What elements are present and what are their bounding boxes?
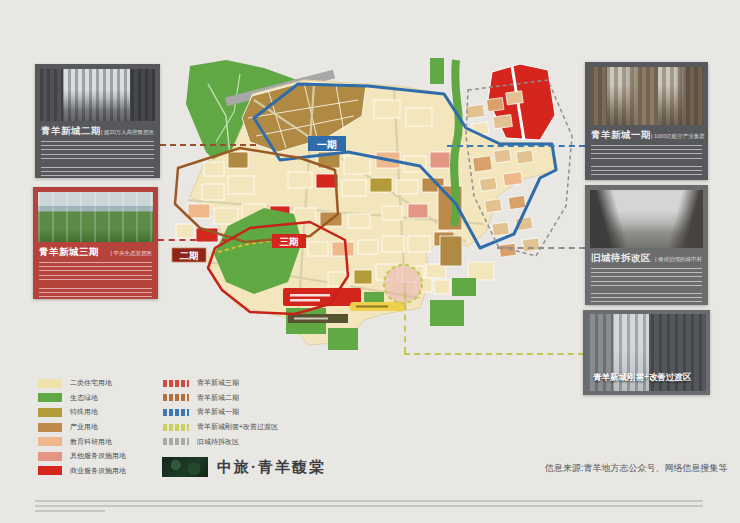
transition-zone-circle <box>384 265 422 303</box>
oldtown-photo <box>590 190 703 248</box>
legend-swatch <box>163 394 189 401</box>
svg-text:一期: 一期 <box>317 139 337 150</box>
phase2-photo <box>40 69 155 121</box>
legend-swatch <box>38 466 62 475</box>
legend-item: 其他服务设施用地 <box>38 449 126 464</box>
legend-item: 教育科研用地 <box>38 434 126 449</box>
phase3-photo <box>38 192 153 242</box>
legend-swatch <box>163 380 189 387</box>
fine-print <box>41 141 154 162</box>
master-plan-map: 一期 二期 三期 <box>168 56 584 374</box>
fine-print <box>591 166 702 179</box>
card-phase2-title: 青羊新城二期 <box>41 125 101 138</box>
leader-phase1 <box>447 145 585 147</box>
svg-text:三期: 三期 <box>280 236 299 247</box>
card-phase1: 青羊新城一期 | 1000亿航空产业集群 <box>585 62 708 180</box>
phase2-map-label: 二期 <box>172 248 206 262</box>
disclaimer-line <box>35 505 703 507</box>
source-note: 信息来源:青羊地方志公众号、网络信息搜集等 <box>545 462 728 475</box>
legend-swatch <box>38 437 62 446</box>
legend-item: 商业服务设施用地 <box>38 464 126 479</box>
legend-swatch <box>38 423 62 432</box>
svg-text:二期: 二期 <box>180 250 199 261</box>
legend-item: 青羊新城一期 <box>163 405 278 420</box>
olive-strip-label <box>288 314 348 323</box>
legend-swatch <box>38 393 62 402</box>
phase1-photo <box>590 67 703 125</box>
card-oldtown-subtitle: | 亟待治理的城中村 <box>655 256 702 263</box>
card-phase3: 青羊新城三期 | 中央生态宜居区 <box>33 187 158 299</box>
legend-boundaries: 青羊新城三期 青羊新城二期 青羊新城一期 青羊新城刚需+改善过渡区 旧城待拆改区 <box>163 376 278 449</box>
brand-lockup: 中旅·青羊馥棠 <box>162 457 326 477</box>
fine-print <box>591 293 702 306</box>
brand-name: 中旅·青羊馥棠 <box>217 458 326 477</box>
legend-item: 特殊用地 <box>38 405 126 420</box>
transition-photo: 青羊新城刚需+改善过渡区 <box>587 314 706 391</box>
legend-item: 青羊新城二期 <box>163 391 278 406</box>
card-phase1-subtitle: | 1000亿航空产业集群 <box>651 133 705 140</box>
fine-print <box>591 268 702 289</box>
card-oldtown: 旧城待拆改区 | 亟待治理的城中村 <box>585 185 708 305</box>
disclaimer-line <box>35 500 703 502</box>
card-phase3-title: 青羊新城三期 <box>39 246 99 259</box>
legend-swatch <box>163 438 189 445</box>
phase1-map-label: 一期 <box>308 136 346 151</box>
poster-canvas: 一期 二期 三期 青羊新城二期 | 超20万人高密聚居区 青羊新城三期 | 中央… <box>0 0 740 523</box>
card-phase2-subtitle: | 超20万人高密聚居区 <box>101 129 154 136</box>
legend-item: 青羊新城刚需+改善过渡区 <box>163 420 278 435</box>
leader-oldtown <box>497 247 585 249</box>
legend-swatch <box>38 408 62 417</box>
yellow-strip-label <box>350 302 406 311</box>
legend-item: 二类住宅用地 <box>38 376 126 391</box>
leader-transition-h <box>404 353 584 355</box>
fine-print <box>39 262 152 283</box>
phase3-map-label: 三期 <box>272 234 306 248</box>
red-strip-label <box>283 288 361 306</box>
fine-print <box>41 167 154 180</box>
fine-print <box>591 145 702 162</box>
disclaimer-line <box>35 510 105 512</box>
legend-swatch <box>163 409 189 416</box>
legend-landuse: 二类住宅用地 生态绿地 特殊用地 产业用地 教育科研用地 其他服务设施用地 商业… <box>38 376 126 478</box>
leader-phase3 <box>158 239 228 241</box>
legend-item: 产业用地 <box>38 420 126 435</box>
leader-transition-v <box>404 293 406 353</box>
legend-item: 生态绿地 <box>38 391 126 406</box>
legend-swatch <box>163 424 189 431</box>
card-phase2: 青羊新城二期 | 超20万人高密聚居区 <box>35 64 160 178</box>
legend-item: 青羊新城三期 <box>163 376 278 391</box>
card-transition-title: 青羊新城刚需+改善过渡区 <box>593 372 691 384</box>
legend-item: 旧城待拆改区 <box>163 434 278 449</box>
card-phase1-title: 青羊新城一期 <box>591 129 651 142</box>
card-transition: 青羊新城刚需+改善过渡区 <box>583 310 710 395</box>
fine-print <box>39 288 152 301</box>
legend-swatch <box>38 452 62 461</box>
leader-phase2 <box>160 144 256 146</box>
brand-logo-image <box>162 457 208 477</box>
card-oldtown-title: 旧城待拆改区 <box>591 252 651 265</box>
oldtown-parcel-south <box>468 262 494 280</box>
legend-swatch <box>38 379 62 388</box>
card-phase3-subtitle: | 中央生态宜居区 <box>111 250 152 257</box>
